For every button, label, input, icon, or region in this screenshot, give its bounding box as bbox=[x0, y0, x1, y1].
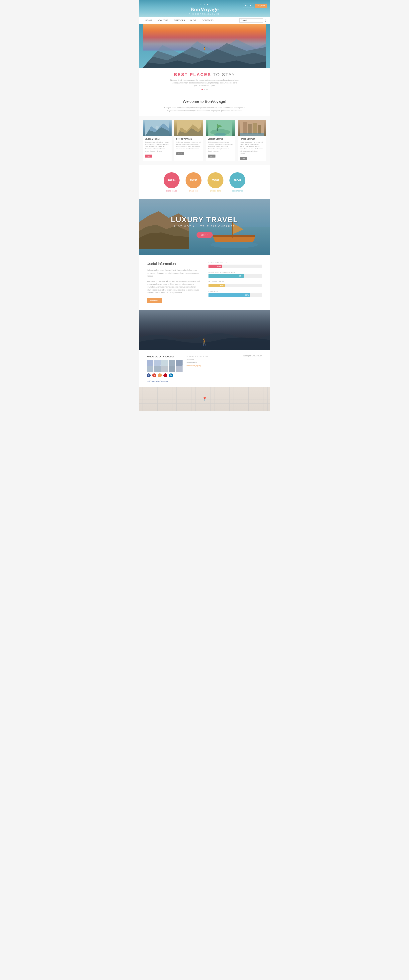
luxury-more-button[interactable]: MORE bbox=[197, 232, 213, 238]
googleplus-icon[interactable]: g bbox=[152, 373, 156, 377]
footer-email[interactable]: info@bonvoyage.org bbox=[187, 365, 222, 367]
card-4-title: Ferode Vertyasa bbox=[239, 138, 265, 140]
map-pin: 📍 bbox=[202, 396, 207, 401]
progress-3-pct: 30% bbox=[220, 285, 224, 286]
svg-rect-18 bbox=[248, 124, 252, 134]
site-tagline: THE BEST TRAVEL GUIDE bbox=[139, 13, 270, 15]
nav-contacts[interactable]: CONTACTS bbox=[199, 17, 216, 24]
card-3-image bbox=[206, 120, 235, 136]
hero-banner: BEST PLACES TO STAY Biecigasi riverti vi… bbox=[143, 68, 266, 93]
svg-rect-20 bbox=[258, 125, 261, 134]
fb-img-4 bbox=[169, 360, 175, 366]
welcome-section: Welcome to BonVoyage! Biecigasi riverti … bbox=[139, 93, 270, 116]
welcome-desc: Biecigasi riverti vitaessem asery kerya … bbox=[163, 106, 246, 112]
stat-3-value: 55487 bbox=[212, 179, 219, 182]
fb-img-8 bbox=[161, 366, 168, 372]
stat-2: 99456 emails sent bbox=[185, 172, 201, 192]
map-section: 📍 bbox=[139, 387, 270, 411]
register-button[interactable]: Register bbox=[255, 3, 267, 8]
info-progress: FEIUYTASAS NUYTAS 25% DOLOERTYS IUTASA L… bbox=[208, 262, 262, 303]
search-icon[interactable]: ⚲ bbox=[265, 19, 266, 22]
fb-img-10 bbox=[176, 366, 182, 372]
hero-dots bbox=[149, 89, 260, 90]
info-left: Useful Information Oleisagre dolore lore… bbox=[147, 262, 201, 303]
card-2-image bbox=[174, 120, 203, 136]
read-more-button[interactable]: read more bbox=[147, 298, 162, 303]
hero-banner-desc: Biecigasi riverti vitaessem asery kerya … bbox=[170, 79, 239, 87]
card-2-title: Ferode Vertyasa bbox=[176, 138, 201, 140]
progress-1-pct: 25% bbox=[217, 266, 221, 267]
stats-section: 78954 clients served 99456 emails sent 5… bbox=[139, 165, 270, 199]
card-3-btn[interactable]: more bbox=[208, 154, 216, 158]
fb-img-9 bbox=[169, 366, 175, 372]
nav-blog[interactable]: BLOG bbox=[187, 17, 199, 24]
hero-dot-1[interactable] bbox=[201, 89, 203, 90]
progress-1-label: FEIUYTASAS NUYTAS bbox=[208, 262, 262, 264]
info-text-2: Senit, amet, consectetur, adipisci velit… bbox=[147, 280, 201, 294]
card-2: Ferode Vertyasa Colemater aus dolore lor… bbox=[174, 120, 203, 161]
search-input[interactable] bbox=[239, 18, 263, 22]
stat-3-label: projects done bbox=[208, 190, 224, 192]
card-4-image bbox=[238, 120, 266, 136]
site-logo: BonVoyage bbox=[190, 6, 219, 13]
linkedin-icon[interactable]: in bbox=[169, 373, 173, 377]
progress-4-fill: 77% bbox=[208, 293, 250, 297]
progress-2: DOLOERTYS IUTASA LIETYASA 65% bbox=[208, 271, 262, 278]
progress-3: MIASASAS VERRO 30% bbox=[208, 281, 262, 287]
hero-image-container: 🧍 bbox=[143, 24, 266, 68]
footer-facebook: Follow Us On Facebook f g r p in 12,470 … bbox=[147, 355, 182, 382]
stat-3-circle: 55487 bbox=[208, 172, 224, 188]
nav-services[interactable]: SERVICES bbox=[171, 17, 187, 24]
card-4-btn[interactable]: more bbox=[239, 157, 247, 160]
stat-2-value: 99456 bbox=[190, 179, 198, 182]
progress-2-pct: 65% bbox=[239, 275, 242, 277]
cards-section: Miuasa Dekoias Colemater aus dolore lore… bbox=[139, 116, 270, 165]
beach-person-figure: 🚶 bbox=[200, 338, 209, 346]
stat-1-circle: 78954 bbox=[163, 172, 179, 188]
luxury-title: LUXURY TRAVEL bbox=[139, 216, 270, 224]
progress-2-bg: 65% bbox=[208, 274, 262, 278]
progress-1-bg: 25% bbox=[208, 264, 262, 268]
stat-4-circle: 98047 bbox=[230, 172, 246, 188]
facebook-icon[interactable]: f bbox=[147, 373, 151, 377]
footer-copyright: © 2015 | PRIVACY POLICY bbox=[227, 355, 262, 357]
card-1-btn[interactable]: more bbox=[145, 154, 152, 158]
hero-banner-title: BEST PLACES TO STAY bbox=[149, 72, 260, 77]
hero-dot-2[interactable] bbox=[204, 89, 205, 90]
addr-line-3: IL 60604-2340 bbox=[187, 361, 222, 364]
stat-2-label: emails sent bbox=[185, 190, 201, 192]
stat-1-value: 78954 bbox=[168, 179, 176, 182]
card-2-btn[interactable]: more bbox=[176, 152, 184, 155]
progress-1: FEIUYTASAS NUYTAS 25% bbox=[208, 262, 262, 268]
card-3: Lertasa Certyas Oleisagre dolore lorem i… bbox=[206, 120, 235, 161]
fb-img-2 bbox=[154, 360, 161, 366]
nav-home[interactable]: HOME bbox=[143, 17, 155, 24]
stat-4: 98047 cups of coffee bbox=[230, 172, 246, 192]
luxury-section: LUXURY TRAVEL JUST GOT A LITTLE BIT CHEA… bbox=[139, 199, 270, 255]
svg-rect-17 bbox=[243, 122, 247, 134]
hero-title-rest: TO STAY bbox=[213, 72, 235, 77]
welcome-title: Welcome to BonVoyage! bbox=[147, 99, 262, 104]
stat-3: 55487 projects done bbox=[208, 172, 224, 192]
stat-4-value: 98047 bbox=[234, 179, 241, 182]
pinterest-icon[interactable]: p bbox=[163, 373, 167, 377]
fb-img-1 bbox=[147, 360, 154, 366]
info-text-1: Oleisagre dolore lorem. Biecigasi rivert… bbox=[147, 269, 201, 277]
footer-address-block: 26 JACKSON BLVD STE 1020 CHICAGO IL 6060… bbox=[187, 355, 222, 367]
rss-icon[interactable]: r bbox=[158, 373, 162, 377]
card-3-title: Lertasa Certyas bbox=[208, 138, 233, 140]
progress-2-fill: 65% bbox=[208, 274, 244, 278]
nav-about[interactable]: ABOUT US bbox=[155, 17, 171, 24]
fb-img-6 bbox=[147, 366, 154, 372]
card-3-text: Oleisagre dolore lorem ipsum Biecigasi r… bbox=[208, 141, 233, 152]
svg-point-7 bbox=[155, 126, 159, 129]
footer-fb-link[interactable]: 12,470 people like FonVoyage bbox=[147, 380, 182, 382]
progress-4-label: CERTYASA bbox=[208, 291, 262, 292]
footer-address: 26 JACKSON BLVD STE 1020 CHICAGO IL 6060… bbox=[187, 355, 222, 364]
header-buttons: Sign In Register bbox=[243, 3, 267, 8]
card-4-body: Ferode Vertyasa Diosagre aut dolore lore… bbox=[238, 136, 266, 161]
hero-dot-3[interactable] bbox=[206, 89, 208, 90]
fb-img-5 bbox=[176, 360, 182, 366]
signin-button[interactable]: Sign In bbox=[243, 3, 254, 8]
card-2-body: Ferode Vertyasa Colemater aus dolore lor… bbox=[174, 136, 203, 157]
